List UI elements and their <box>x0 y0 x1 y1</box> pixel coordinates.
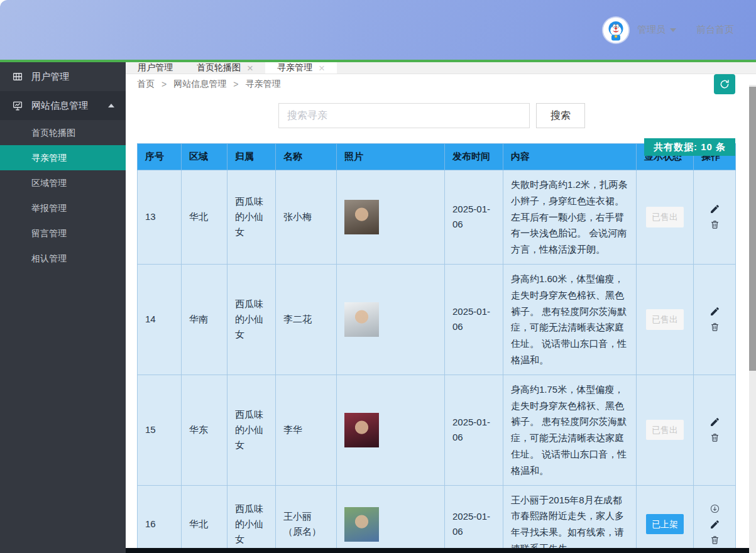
person-photo[interactable] <box>344 413 379 447</box>
sidebar-item-region[interactable]: 区域管理 <box>0 170 126 195</box>
status-badge: 已售出 <box>646 309 684 329</box>
breadcrumb: 首页>网站信息管理>寻亲管理 <box>137 79 280 90</box>
column-header: 名称 <box>276 144 337 170</box>
sidebar-item-label: 网站信息管理 <box>31 100 88 112</box>
total-count-badge: 共有数据: 10 条 <box>644 138 735 156</box>
table-row: 13华北西瓜味的小仙女张小梅2025-01-06失散时身高约1.2米，扎两条小辫… <box>138 170 736 265</box>
tab-bar: 用户管理首页轮播图×寻亲管理× <box>126 62 756 74</box>
search-input[interactable] <box>278 103 530 128</box>
cell-id: 16 <box>138 485 182 553</box>
search-button[interactable]: 搜索 <box>536 103 585 128</box>
refresh-button[interactable] <box>714 74 735 94</box>
close-icon[interactable]: × <box>319 63 325 74</box>
front-home-link[interactable]: 前台首页 <box>696 24 734 36</box>
cell-actions <box>694 375 736 485</box>
bottom-strip <box>126 548 749 553</box>
sidebar-item-report[interactable]: 举报管理 <box>0 195 126 221</box>
cell-owner: 西瓜味的小仙女 <box>227 170 276 265</box>
app-header: 管理员 前台首页 <box>0 0 756 60</box>
cell-content: 失散时身高约1.2米，扎两条小辫子，身穿红色连衣裙。左耳后有一颗小痣，右手臂有一… <box>503 170 637 265</box>
cell-content: 王小丽于2015年8月在成都市春熙路附近走失，家人多年寻找未果。如有线索，请速联… <box>503 485 637 553</box>
status-badge[interactable]: 已上架 <box>646 514 684 534</box>
grid-icon <box>12 71 23 82</box>
cell-date: 2025-01-06 <box>445 170 503 265</box>
edit-icon[interactable] <box>709 204 720 214</box>
cell-owner: 西瓜味的小仙女 <box>227 485 276 553</box>
row-actions <box>701 306 728 332</box>
cell-region: 华北 <box>182 485 227 553</box>
refresh-icon <box>719 79 730 90</box>
column-header: 序号 <box>138 144 182 170</box>
scrollbar-thumb[interactable] <box>749 87 756 371</box>
cell-status: 已售出 <box>637 375 694 485</box>
cell-actions <box>694 485 736 553</box>
person-photo[interactable] <box>344 302 379 337</box>
sidebar-item-family-search[interactable]: 寻亲管理 <box>0 145 126 170</box>
breadcrumb-bar: 首页>网站信息管理>寻亲管理 <box>126 74 756 94</box>
tab-label: 寻亲管理 <box>277 62 312 74</box>
edit-icon[interactable] <box>709 519 720 530</box>
cell-photo <box>337 375 445 485</box>
trash-icon[interactable] <box>709 535 720 545</box>
tab-label: 首页轮播图 <box>197 62 241 74</box>
cell-name: 王小丽（原名） <box>276 485 337 553</box>
sidebar-item-recognition[interactable]: 相认管理 <box>0 246 126 271</box>
cell-name: 张小梅 <box>276 170 337 265</box>
person-photo[interactable] <box>344 507 379 542</box>
cell-owner: 西瓜味的小仙女 <box>227 375 276 485</box>
cell-photo <box>337 264 445 375</box>
cell-region: 华南 <box>182 264 227 375</box>
cell-actions <box>694 264 736 375</box>
tab-users[interactable]: 用户管理 <box>126 62 185 74</box>
cell-photo <box>337 170 445 265</box>
circle-down-icon[interactable] <box>709 503 720 514</box>
search-row: 搜索 <box>278 103 756 128</box>
cell-id: 14 <box>138 264 182 375</box>
column-header: 照片 <box>337 144 445 170</box>
sidebar-item-label: 用户管理 <box>31 71 69 83</box>
sidebar-item-site-info[interactable]: 网站信息管理 <box>0 91 126 120</box>
sidebar-item-users[interactable]: 用户管理 <box>0 62 126 91</box>
table-row: 16华北西瓜味的小仙女王小丽（原名）2025-01-06王小丽于2015年8月在… <box>138 485 736 553</box>
cell-name: 李华 <box>276 375 337 485</box>
cell-content: 身高约1.75米，体型偏瘦，走失时身穿灰色棉袄、黑色裤子。 患有轻度阿尔茨海默症… <box>503 375 637 485</box>
breadcrumb-item[interactable]: 寻亲管理 <box>245 79 280 90</box>
sidebar-item-message[interactable]: 留言管理 <box>0 221 126 246</box>
trash-icon[interactable] <box>709 322 720 332</box>
column-header: 发布时间 <box>445 144 503 170</box>
cell-status: 已上架 <box>637 485 694 553</box>
cell-date: 2025-01-06 <box>445 264 503 375</box>
trash-icon[interactable] <box>709 432 720 443</box>
breadcrumb-separator: > <box>162 79 167 89</box>
breadcrumb-separator: > <box>233 79 238 89</box>
tab-family-search[interactable]: 寻亲管理× <box>265 62 337 74</box>
row-actions <box>701 204 728 230</box>
column-header: 内容 <box>503 144 637 170</box>
cell-status: 已售出 <box>637 264 694 375</box>
doraemon-avatar[interactable] <box>603 18 628 43</box>
table-row: 15华东西瓜味的小仙女李华2025-01-06身高约1.75米，体型偏瘦，走失时… <box>138 375 736 485</box>
user-menu[interactable]: 管理员 <box>637 24 676 36</box>
scrollbar[interactable] <box>749 85 756 553</box>
tab-banner[interactable]: 首页轮播图× <box>185 62 265 74</box>
sidebar-item-banner[interactable]: 首页轮播图 <box>0 120 126 145</box>
status-badge: 已售出 <box>646 420 684 440</box>
breadcrumb-item[interactable]: 网站信息管理 <box>173 79 226 90</box>
sidebar: 用户管理 网站信息管理 首页轮播图寻亲管理区域管理举报管理留言管理相认管理 <box>0 62 126 553</box>
person-photo[interactable] <box>344 200 379 234</box>
edit-icon[interactable] <box>709 306 720 317</box>
cell-id: 13 <box>138 170 182 265</box>
breadcrumb-item[interactable]: 首页 <box>137 79 155 90</box>
cell-region: 华北 <box>182 170 227 265</box>
trash-icon[interactable] <box>709 219 720 230</box>
cell-photo <box>337 485 445 553</box>
cell-status: 已售出 <box>637 170 694 265</box>
close-icon[interactable]: × <box>247 63 253 74</box>
cell-actions <box>694 170 736 265</box>
cell-region: 华东 <box>182 375 227 485</box>
cell-name: 李二花 <box>276 264 337 375</box>
chevron-up-icon <box>108 104 114 107</box>
cell-content: 身高约1.60米，体型偏瘦，走失时身穿灰色棉袄、黑色裤子。 患有轻度阿尔茨海默症… <box>503 264 637 375</box>
edit-icon[interactable] <box>709 417 720 427</box>
app-window: 管理员 前台首页 用户管理 <box>0 0 756 553</box>
